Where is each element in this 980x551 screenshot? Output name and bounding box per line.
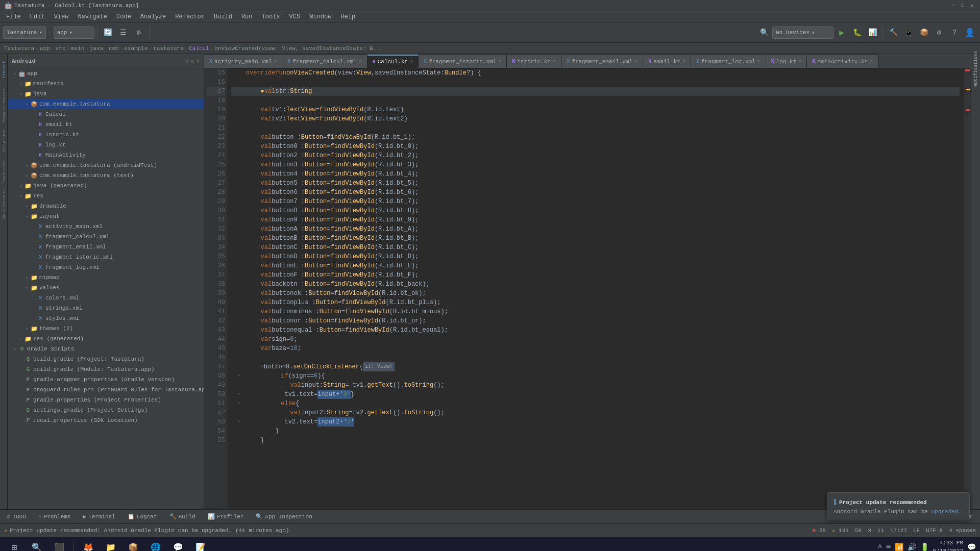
- avd-button[interactable]: 📱: [901, 26, 916, 40]
- resource-manager-icon[interactable]: Resource Manager: [0, 85, 8, 126]
- profile-button[interactable]: 📊: [865, 26, 879, 40]
- search-taskbar-button[interactable]: 🔍: [27, 539, 47, 552]
- taskview-button[interactable]: ⬛: [49, 539, 69, 552]
- project-sort-btn[interactable]: ⇅: [191, 58, 194, 64]
- gradle-sync-btn[interactable]: 🔨: [886, 26, 900, 40]
- tab-email-kt[interactable]: K email.kt ×: [643, 55, 691, 68]
- tree-activity-main-xml[interactable]: ▸ X activity_main.xml: [8, 221, 204, 232]
- tree-build-gradle-project[interactable]: ▸ G build.gradle (Project: Tastatura): [8, 354, 204, 364]
- sync-button[interactable]: 🔄: [101, 26, 115, 40]
- tab-fragment-log-xml[interactable]: X fragment_log.xml ×: [691, 55, 766, 68]
- tab-close-fcxml[interactable]: ×: [359, 59, 362, 64]
- tree-manifests[interactable]: ▸ 📁 manifests: [8, 79, 204, 89]
- tab-log-kt[interactable]: K log.kt ×: [766, 55, 807, 68]
- nav-tastatura[interactable]: Tastatura: [4, 45, 34, 52]
- tree-email[interactable]: ▸ K email.kt: [8, 119, 204, 130]
- tree-java-gen[interactable]: ▸ 📁 java (generated): [8, 181, 204, 191]
- nav-app[interactable]: app: [40, 45, 50, 52]
- menu-help[interactable]: Help: [336, 12, 359, 21]
- start-button[interactable]: ⊞: [4, 539, 24, 552]
- tab-close-amxml[interactable]: ×: [274, 59, 277, 64]
- tab-app-inspection[interactable]: 🔍 App Inspection: [251, 511, 317, 523]
- tab-close-fixml[interactable]: ×: [498, 59, 501, 64]
- menu-edit[interactable]: Edit: [26, 12, 49, 21]
- tree-fragment-log-xml[interactable]: ▸ X fragment_log.xml: [8, 262, 204, 272]
- project-selector[interactable]: Tastatura ▾: [3, 27, 46, 39]
- structure-button[interactable]: ☰: [116, 26, 131, 40]
- code-content[interactable]: override fun onViewCreated ( view : View…: [227, 68, 964, 509]
- tree-strings-xml[interactable]: ▸ X strings.xml: [8, 303, 204, 313]
- nav-src[interactable]: src: [55, 45, 65, 52]
- teams-taskbar[interactable]: 💬: [168, 539, 188, 552]
- settings-button[interactable]: ⚙: [132, 26, 146, 40]
- tab-problems[interactable]: ⚠ Problems: [33, 511, 76, 523]
- help-button[interactable]: ?: [947, 26, 962, 40]
- tree-gradle-wrapper[interactable]: ▸ P gradle-wrapper.properties (Gradle Ve…: [8, 374, 204, 385]
- tab-fragment-calcul-xml[interactable]: X fragment_calcul.xml ×: [282, 55, 367, 68]
- menu-code[interactable]: Code: [112, 12, 135, 21]
- run-button[interactable]: ▶: [835, 26, 849, 40]
- tab-istoric-kt[interactable]: K istoric.kt ×: [507, 55, 561, 68]
- tree-pkg-test[interactable]: ▸ 📦 com.example.tastatura (test): [8, 170, 204, 181]
- tree-local-properties[interactable]: ▸ P local.properties (SDK Location): [8, 415, 204, 425]
- tree-build-gradle-module[interactable]: ▸ G build.gradle (Module: Tastatura.app): [8, 364, 204, 374]
- explorer-taskbar[interactable]: 📁: [101, 539, 121, 552]
- tree-pkg-androidtest[interactable]: ▸ 📦 com.example.tastatura (androidTest): [8, 160, 204, 170]
- battery-icon[interactable]: 🔋: [920, 543, 929, 551]
- chevron-icon[interactable]: ^: [878, 543, 882, 552]
- nav-com[interactable]: com: [109, 45, 119, 52]
- notif-link-text[interactable]: upgraded.: [931, 509, 961, 515]
- volume-icon[interactable]: 🔊: [908, 543, 916, 551]
- tree-res-gen[interactable]: ▸ 📁 res (generated): [8, 334, 204, 344]
- tree-java[interactable]: ▾ 📁 java: [8, 89, 204, 99]
- tab-build[interactable]: 🔨 Build: [164, 511, 201, 523]
- tab-fragment-istoric-xml[interactable]: X fragment_istoric.xml ×: [419, 55, 507, 68]
- tree-res[interactable]: ▾ 📁 res: [8, 191, 204, 201]
- user-button[interactable]: 👤: [963, 26, 977, 40]
- module-selector[interactable]: app ▾: [54, 27, 94, 39]
- firefox-taskbar[interactable]: 🦊: [78, 539, 99, 552]
- menu-build[interactable]: Build: [210, 12, 236, 21]
- menu-analyze[interactable]: Analyze: [136, 12, 170, 21]
- tree-gradle-scripts[interactable]: ▾ G Gradle Scripts: [8, 344, 204, 354]
- favorites-side-icon[interactable]: Favorites: [0, 156, 8, 187]
- tree-settings-gradle[interactable]: ▸ G settings.gradle (Project Settings): [8, 405, 204, 415]
- menu-tools[interactable]: Tools: [258, 12, 284, 21]
- tree-colors-xml[interactable]: ▸ X colors.xml: [8, 293, 204, 303]
- nav-tastatura-pkg[interactable]: tastatura: [153, 45, 183, 52]
- tab-activity-main-xml[interactable]: X activity_main.xml ×: [204, 55, 282, 68]
- clock[interactable]: 4:33 PM 5/18/2022: [933, 539, 963, 551]
- tab-close-calcul[interactable]: ×: [410, 59, 413, 65]
- tree-mipmap[interactable]: ▸ 📁 mipmap: [8, 272, 204, 283]
- tree-styles-xml[interactable]: ▸ X styles.xml: [8, 313, 204, 323]
- tree-layout[interactable]: ▾ 📁 layout: [8, 211, 204, 221]
- tree-gradle-properties[interactable]: ▸ P gradle.properties (Project Propertie…: [8, 395, 204, 405]
- menu-navigate[interactable]: Navigate: [74, 12, 111, 21]
- nav-calcul[interactable]: Calcul: [189, 45, 209, 52]
- tree-log[interactable]: ▸ K log.kt: [8, 140, 204, 150]
- minimize-button[interactable]: ─: [949, 2, 958, 10]
- menu-refactor[interactable]: Refactor: [171, 12, 209, 21]
- device-selector[interactable]: No Devices ▾: [772, 27, 834, 39]
- nav-java[interactable]: java: [90, 45, 103, 52]
- nav-method[interactable]: onViewCreated(view: View, savedInstanceS…: [214, 45, 383, 52]
- tree-app[interactable]: ▾ 🤖 app: [8, 68, 204, 79]
- nav-main[interactable]: main: [71, 45, 84, 52]
- tree-mainactivity[interactable]: ▸ K MainActivity: [8, 150, 204, 160]
- notepad-taskbar[interactable]: 📝: [190, 539, 211, 552]
- tab-close-mainact[interactable]: ×: [870, 59, 873, 64]
- tree-pkg-main[interactable]: ▾ 📦 com.example.tastatura: [8, 99, 204, 109]
- tab-todo[interactable]: ☑ TODO: [2, 511, 31, 523]
- tab-profiler[interactable]: 📊 Profiler: [203, 511, 249, 523]
- menu-window[interactable]: Window: [305, 12, 335, 21]
- maximize-button[interactable]: □: [959, 2, 967, 10]
- project-close-btn[interactable]: ×: [196, 58, 200, 64]
- store-taskbar[interactable]: 📦: [123, 539, 143, 552]
- tree-fragment-calcul-xml[interactable]: ▸ X fragment_calcul.xml: [8, 232, 204, 242]
- project-side-icon[interactable]: Project: [0, 54, 8, 85]
- build-variants-icon[interactable]: Build Variants: [0, 187, 8, 222]
- wifi-icon[interactable]: 📶: [895, 543, 903, 551]
- debug-button[interactable]: 🐛: [850, 26, 864, 40]
- tab-close-istoric[interactable]: ×: [553, 59, 556, 64]
- tab-close-fexml[interactable]: ×: [634, 59, 638, 64]
